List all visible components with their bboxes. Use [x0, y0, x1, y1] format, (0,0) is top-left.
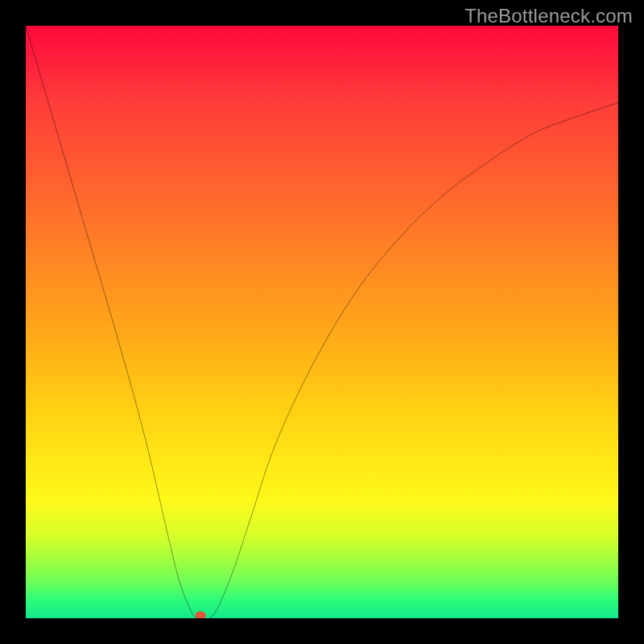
bottleneck-curve-chart — [26, 26, 618, 618]
svg-point-0 — [195, 611, 205, 618]
bottleneck-curve-line — [26, 26, 618, 618]
optimal-point-marker — [195, 611, 205, 618]
watermark-text: TheBottleneck.com — [464, 5, 633, 27]
chart-frame: TheBottleneck.com — [0, 0, 644, 644]
